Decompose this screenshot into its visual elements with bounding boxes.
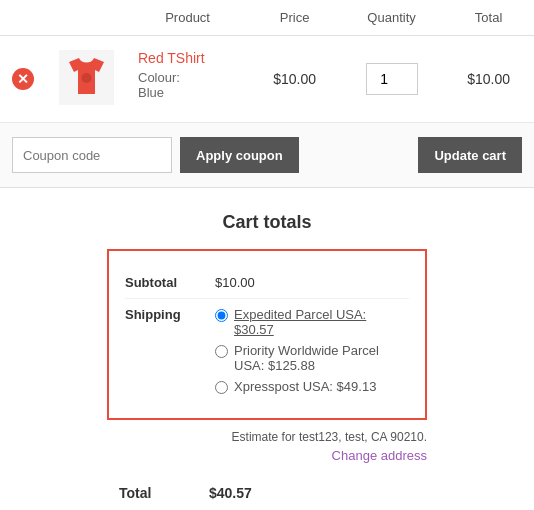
col-header-thumb [46, 0, 126, 36]
col-header-product: Product [126, 0, 249, 36]
col-header-total: Total [443, 0, 534, 36]
totals-box: Subtotal $10.00 Shipping Expedited Parce… [107, 249, 427, 420]
col-header-price: Price [249, 0, 340, 36]
color-value: Blue [138, 85, 164, 100]
subtotal-row: Subtotal $10.00 [125, 267, 409, 299]
product-meta: Colour: Blue [138, 70, 237, 100]
shipping-radio-3[interactable] [215, 381, 228, 394]
cart-totals-section: Cart totals Subtotal $10.00 Shipping Exp… [107, 212, 427, 510]
shipping-radio-2[interactable] [215, 345, 228, 358]
apply-coupon-button[interactable]: Apply coupon [180, 137, 299, 173]
shipping-option-2[interactable]: Priority Worldwide Parcel USA: $125.88 [215, 343, 409, 373]
coupon-row: Apply coupon Update cart [0, 123, 534, 188]
shipping-row: Shipping Expedited Parcel USA: $30.57 Pr… [125, 299, 409, 402]
subtotal-label: Subtotal [125, 275, 215, 290]
shipping-option-3-label: Xpresspost USA: $49.13 [234, 379, 376, 394]
product-total: $10.00 [467, 71, 510, 87]
product-price: $10.00 [273, 71, 316, 87]
shipping-option-2-label: Priority Worldwide Parcel USA: $125.88 [234, 343, 409, 373]
coupon-left: Apply coupon [12, 137, 299, 173]
coupon-code-input[interactable] [12, 137, 172, 173]
total-label: Total [119, 485, 209, 501]
change-address-link[interactable]: Change address [107, 448, 427, 463]
col-header-remove [0, 0, 46, 36]
update-cart-button[interactable]: Update cart [418, 137, 522, 173]
product-name-link[interactable]: Red TShirt [138, 50, 205, 66]
table-row: ✕ Red TShirt Colour: [0, 36, 534, 123]
total-value: $40.57 [209, 485, 252, 501]
color-label: Colour: [138, 70, 180, 85]
shipping-option-1-label[interactable]: Expedited Parcel USA: $30.57 [234, 307, 409, 337]
total-final-row: Total $40.57 [107, 475, 427, 510]
shipping-options: Expedited Parcel USA: $30.57 Priority Wo… [215, 307, 409, 394]
remove-item-button[interactable]: ✕ [12, 68, 34, 90]
quantity-input[interactable] [366, 63, 418, 95]
shipping-label: Shipping [125, 307, 215, 394]
estimate-text: Estimate for test123, test, CA 90210. [107, 420, 427, 448]
col-header-quantity: Quantity [340, 0, 443, 36]
svg-point-1 [81, 73, 91, 83]
cart-table: Product Price Quantity Total ✕ [0, 0, 534, 123]
product-thumbnail [59, 50, 114, 105]
shipping-option-3[interactable]: Xpresspost USA: $49.13 [215, 379, 409, 394]
cart-totals-title: Cart totals [107, 212, 427, 233]
shipping-radio-1[interactable] [215, 309, 228, 322]
subtotal-value: $10.00 [215, 275, 409, 290]
shipping-option-1[interactable]: Expedited Parcel USA: $30.57 [215, 307, 409, 337]
